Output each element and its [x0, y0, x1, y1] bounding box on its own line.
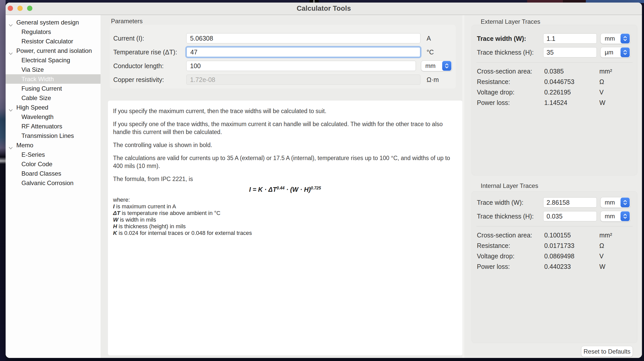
internal-power-loss-row: Power loss: 0.440233 W	[472, 261, 637, 272]
sidebar-item-label: Galvanic Corrosion	[6, 179, 73, 187]
sidebar-item-label: Track Width	[6, 76, 54, 83]
separator	[476, 226, 633, 226]
ipc-2221-formula: I = K · ΔT0.44 · (W · H)0.725	[113, 184, 457, 194]
sidebar-item-power-current-isolation[interactable]: Power, current and isolation	[6, 46, 101, 55]
internal-trace-width-input[interactable]	[543, 197, 597, 208]
window-content: General system design Regulators Resisto…	[6, 15, 642, 358]
titlebar[interactable]: Calculator Tools	[6, 3, 642, 15]
conductor-length-input[interactable]	[186, 61, 416, 71]
sidebar-item-regulators[interactable]: Regulators	[6, 27, 101, 37]
sidebar-item-high-speed[interactable]: High Speed	[6, 103, 101, 112]
sidebar-item-resistor-calculator[interactable]: Resistor Calculator	[6, 37, 101, 46]
current-label: Current (I):	[113, 35, 186, 42]
external-trace-width-label: Trace width (W):	[477, 35, 543, 42]
help-text-panel: If you specify the maximum current, then…	[108, 101, 463, 355]
external-trace-thickness-row: Trace thickness (H): µm	[472, 45, 637, 59]
external-trace-width-row: Trace width (W): mm	[472, 32, 637, 45]
sidebar-item-galvanic-corrosion[interactable]: Galvanic Corrosion	[6, 178, 101, 188]
legend-line: ΔT is temperature rise above ambient in …	[113, 210, 457, 216]
calculator-tree-sidebar: General system design Regulators Resisto…	[6, 15, 101, 358]
sidebar-item-color-code[interactable]: Color Code	[6, 159, 101, 169]
temperature-rise-label: Temperature rise (ΔT):	[113, 49, 186, 56]
external-power-loss-row: Power loss: 1.14524 W	[472, 98, 637, 108]
internal-resistance-value: 0.0171733	[544, 242, 599, 249]
sidebar-item-via-size[interactable]: Via Size	[6, 65, 101, 74]
help-paragraph: If you specify the maximum current, then…	[113, 107, 457, 115]
internal-trace-width-row: Trace width (W): mm	[472, 196, 637, 209]
stepper-icon[interactable]	[621, 211, 630, 221]
chevron-down-icon[interactable]	[9, 106, 13, 109]
sidebar-item-memo[interactable]: Memo	[6, 140, 101, 150]
sidebar-item-electrical-spacing[interactable]: Electrical Spacing	[6, 55, 101, 65]
sidebar-item-label: E-Series	[6, 151, 45, 158]
reset-to-defaults-button[interactable]: Reset to Defaults	[581, 346, 633, 357]
parameters-group: Current (I): A Temperature rise (ΔT): °C…	[110, 25, 456, 89]
chevron-down-icon[interactable]	[9, 144, 13, 147]
internal-layer-header: Internal Layer Traces	[481, 182, 538, 189]
internal-trace-thickness-unit-dropdown[interactable]: mm	[600, 211, 630, 222]
external-resistance-row: Resistance: 0.0446753 Ω	[472, 77, 637, 87]
copper-resistivity-input	[186, 75, 420, 85]
external-cross-section-row: Cross-section area: 0.0385 mm²	[472, 66, 637, 77]
internal-voltage-drop-row: Voltage drop: 0.0869498 V	[472, 251, 637, 261]
legend-line: H is thickness (height) in mils	[113, 223, 457, 230]
window-title: Calculator Tools	[6, 3, 642, 15]
external-cross-section-value: 0.0385	[544, 68, 599, 75]
copper-resistivity-row: Copper resistivity: Ω·m	[110, 73, 456, 87]
external-voltage-drop-row: Voltage drop: 0.226195 V	[472, 87, 637, 98]
calculator-tools-window: Calculator Tools General system design R…	[6, 3, 642, 358]
external-trace-thickness-unit-dropdown[interactable]: µm	[600, 47, 630, 58]
internal-trace-thickness-label: Trace thickness (H):	[477, 213, 543, 220]
external-layer-group: Trace width (W): mm Trace thickness (H):…	[472, 25, 637, 175]
sidebar-item-transmission-lines[interactable]: Transmission Lines	[6, 131, 101, 140]
stepper-icon[interactable]	[621, 47, 630, 57]
external-resistance-value: 0.0446753	[544, 78, 599, 86]
legend-line: I is maximum current in A	[113, 203, 457, 210]
stepper-icon[interactable]	[621, 198, 630, 207]
external-trace-width-input[interactable]	[543, 33, 597, 44]
sidebar-item-label: General system design	[6, 19, 79, 26]
sidebar-item-board-classes[interactable]: Board Classes	[6, 169, 101, 178]
conductor-length-label: Conductor length:	[113, 62, 186, 70]
copper-resistivity-label: Copper resistivity:	[113, 76, 186, 83]
results-pane: External Layer Traces Trace width (W): m…	[469, 15, 642, 358]
help-paragraph: The controlling value is shown in bold.	[113, 141, 457, 149]
current-input[interactable]	[186, 33, 420, 43]
chevron-down-icon[interactable]	[9, 21, 13, 24]
stepper-icon[interactable]	[621, 34, 630, 43]
stepper-icon[interactable]	[442, 61, 451, 71]
external-trace-thickness-input[interactable]	[543, 47, 597, 57]
sidebar-item-label: Resistor Calculator	[6, 38, 73, 45]
current-unit: A	[427, 35, 431, 42]
current-row: Current (I): A	[110, 31, 456, 45]
external-voltage-drop-value: 0.226195	[544, 89, 599, 96]
selected-unit: mm	[425, 62, 436, 69]
temperature-rise-input[interactable]	[186, 47, 420, 57]
sidebar-item-e-series[interactable]: E-Series	[6, 150, 101, 159]
sidebar-item-label: Fusing Current	[6, 85, 62, 92]
sidebar-item-rf-attenuators[interactable]: RF Attenuators	[6, 122, 101, 131]
conductor-length-unit-dropdown[interactable]: mm	[421, 61, 452, 71]
sidebar-item-track-width[interactable]: Track Width	[6, 74, 101, 84]
internal-trace-width-unit-dropdown[interactable]: mm	[600, 197, 630, 208]
copper-resistivity-unit: Ω·m	[427, 76, 439, 83]
internal-trace-width-label: Trace width (W):	[477, 199, 543, 206]
external-trace-width-unit-dropdown[interactable]: mm	[600, 33, 630, 44]
internal-resistance-row: Resistance: 0.0171733 Ω	[472, 240, 637, 251]
internal-cross-section-row: Cross-section area: 0.100155 mm²	[472, 230, 637, 240]
external-layer-header: External Layer Traces	[481, 18, 540, 25]
sidebar-item-cable-size[interactable]: Cable Size	[6, 93, 101, 103]
sidebar-item-label: Transmission Lines	[6, 132, 74, 139]
internal-trace-thickness-input[interactable]	[543, 211, 597, 221]
legend-line: K is 0.024 for internal traces or 0.048 …	[113, 230, 457, 236]
sidebar-item-wavelength[interactable]: Wavelength	[6, 112, 101, 122]
sidebar-item-general-system-design[interactable]: General system design	[6, 18, 101, 27]
help-paragraph: If you specify one of the trace widths, …	[113, 120, 457, 136]
chevron-down-icon[interactable]	[9, 50, 13, 52]
where-label: where:	[113, 197, 457, 203]
internal-power-loss-value: 0.440233	[544, 263, 599, 270]
sidebar-item-label: Board Classes	[6, 170, 61, 177]
sidebar-item-label: Via Size	[6, 66, 44, 73]
parameters-header: Parameters	[111, 18, 143, 25]
sidebar-item-fusing-current[interactable]: Fusing Current	[6, 84, 101, 93]
